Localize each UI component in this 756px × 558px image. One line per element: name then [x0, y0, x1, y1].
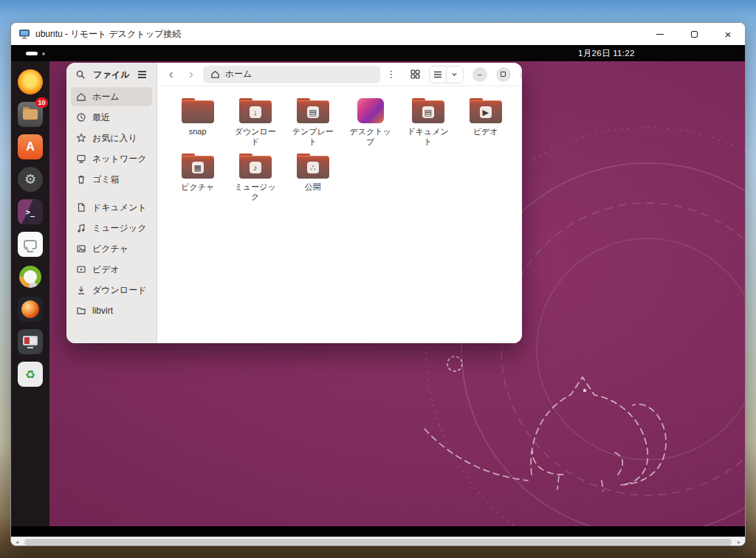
dock-item-files[interactable]: 10: [16, 100, 44, 128]
main-menu-button[interactable]: [135, 67, 150, 82]
folder-label: ダウンロード: [231, 127, 280, 148]
document-emblem-icon: ▤: [422, 106, 434, 118]
window-maximize-button[interactable]: [677, 23, 711, 45]
network-icon: [76, 154, 86, 164]
sidebar-item-libvirt[interactable]: libvirt: [71, 301, 152, 320]
dock-item-trash[interactable]: ♻: [16, 360, 44, 388]
files-close-button[interactable]: ×: [520, 67, 522, 82]
horizontal-scrollbar[interactable]: ◂ ▸: [11, 537, 745, 546]
thunderbird-icon: [18, 297, 43, 322]
sidebar-item-recent[interactable]: 最近: [71, 108, 152, 127]
dock-item-settings[interactable]: ⚙: [16, 165, 44, 193]
folder-label: ビデオ: [473, 127, 498, 137]
gnome-top-bar: 1月26日 11:22: [11, 45, 745, 61]
sidebar-item-videos[interactable]: ビデオ: [71, 260, 152, 279]
sidebar-item-home[interactable]: ホーム: [71, 87, 152, 106]
image-icon: [76, 244, 86, 254]
files-main-pane: ‹ › ホーム ⋮: [157, 63, 522, 343]
sidebar-label: ダウンロード: [92, 284, 146, 297]
sidebar-label: ピクチャ: [92, 243, 128, 255]
dock-item-chat[interactable]: [16, 230, 44, 258]
close-icon: ×: [725, 29, 732, 40]
workspace-indicator-icon[interactable]: [42, 52, 45, 55]
sidebar-item-music[interactable]: ミュージック: [71, 218, 152, 238]
window-minimize-button[interactable]: [643, 23, 677, 45]
video-icon: [76, 264, 86, 275]
dock-item-software-updater[interactable]: [16, 263, 44, 291]
folder-item-pictures[interactable]: ▦ ピクチャ: [169, 152, 227, 203]
sidebar-item-network[interactable]: ネットワーク: [71, 149, 152, 168]
search-button[interactable]: [73, 67, 88, 82]
sidebar-item-starred[interactable]: お気に入り: [71, 128, 152, 148]
sidebar-label: ドキュメント: [92, 202, 147, 214]
folder-icon: ▶: [470, 98, 502, 123]
folder-icon: ▦: [182, 154, 214, 179]
rdp-titlebar: ubuntu - リモート デスクトップ接続 ×: [11, 23, 745, 45]
download-icon: [76, 285, 86, 295]
folder-item-downloads[interactable]: ↓ ダウンロード: [227, 97, 284, 148]
scrollbar-thumb[interactable]: [24, 539, 732, 545]
sidebar-label: ビデオ: [92, 264, 120, 276]
window-close-button[interactable]: ×: [711, 23, 745, 45]
minimize-icon: [656, 34, 664, 35]
folder-icon: [76, 306, 86, 316]
folder-label: 公開: [305, 182, 321, 193]
clock[interactable]: 1月26日 11:22: [578, 48, 635, 59]
view-options-dropdown-button[interactable]: [447, 66, 463, 83]
folder-icon: ▤: [297, 98, 329, 123]
folder-label: ピクチャ: [181, 182, 214, 193]
location-menu-button[interactable]: ⋮: [384, 66, 399, 83]
sidebar-item-documents[interactable]: ドキュメント: [71, 198, 152, 217]
maximize-icon: [501, 72, 506, 77]
forward-button[interactable]: ›: [183, 66, 199, 83]
dock-item-terminal[interactable]: >_: [16, 198, 44, 226]
dock-item-app-center[interactable]: A: [16, 133, 44, 161]
trash-icon: ♻: [18, 362, 43, 387]
sidebar-item-trash[interactable]: ゴミ箱: [71, 170, 152, 189]
grid-view-button[interactable]: [406, 66, 425, 83]
folder-label: snap: [189, 127, 207, 137]
folder-grid: snap ↓ ダウンロード ▤ テンプレート: [157, 86, 522, 343]
dock-item-firefox[interactable]: [16, 68, 44, 96]
sidebar-item-downloads[interactable]: ダウンロード: [71, 280, 152, 300]
files-minimize-button[interactable]: −: [472, 67, 487, 82]
window-title: ubuntu - リモート デスクトップ接続: [35, 28, 181, 41]
home-icon: [76, 92, 86, 102]
back-button[interactable]: ‹: [163, 66, 179, 83]
image-emblem-icon: ▦: [192, 162, 204, 173]
scroll-right-arrow-icon[interactable]: ▸: [733, 537, 745, 546]
terminal-icon: >_: [18, 199, 43, 224]
workspace-indicator-active-icon[interactable]: [26, 52, 38, 55]
folder-item-desktop[interactable]: デスクトップ: [342, 97, 399, 148]
sidebar-label: 最近: [92, 111, 110, 124]
folder-icon: [182, 98, 214, 123]
document-icon: [76, 202, 86, 213]
sidebar-label: ゴミ箱: [92, 173, 120, 186]
folder-icon: ▤: [412, 98, 444, 123]
virt-manager-icon: [18, 329, 43, 354]
folder-item-snap[interactable]: snap: [169, 97, 227, 148]
remote-desktop-viewport: 1月26日 11:22: [11, 45, 745, 537]
files-headerbar: ‹ › ホーム ⋮: [157, 63, 522, 86]
app-center-icon: A: [18, 134, 43, 159]
clock-icon: [76, 112, 86, 123]
dock-item-thunderbird[interactable]: [16, 295, 44, 323]
app-title: ファイル: [92, 69, 131, 81]
sidebar-item-pictures[interactable]: ピクチャ: [71, 239, 152, 258]
list-view-button[interactable]: [430, 66, 446, 83]
folder-item-music[interactable]: ♪ ミュージック: [227, 152, 284, 203]
path-bar[interactable]: ホーム: [203, 66, 380, 83]
scroll-left-arrow-icon[interactable]: ◂: [11, 537, 23, 546]
folder-item-templates[interactable]: ▤ テンプレート: [284, 97, 342, 148]
folder-item-public[interactable]: ∴ 公開: [284, 152, 342, 203]
folder-label: ドキュメント: [404, 127, 453, 148]
files-maximize-button[interactable]: [496, 67, 511, 82]
files-sidebar: ファイル ホーム 最近: [66, 63, 157, 343]
sidebar-label: ネットワーク: [92, 153, 146, 165]
home-icon: [210, 69, 220, 79]
settings-gear-icon: ⚙: [18, 167, 43, 192]
music-note-icon: [76, 223, 86, 233]
folder-item-videos[interactable]: ▶ ビデオ: [457, 97, 515, 148]
folder-item-documents[interactable]: ▤ ドキュメント: [399, 97, 457, 148]
dock-item-virt-manager[interactable]: [16, 328, 44, 356]
